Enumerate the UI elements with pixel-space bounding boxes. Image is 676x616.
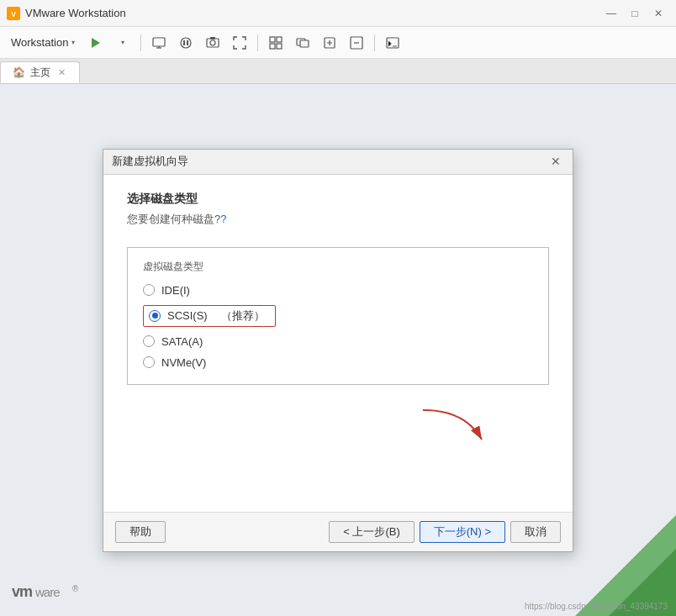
svg-rect-6 bbox=[183, 40, 185, 45]
toolbar-separator-1 bbox=[140, 34, 141, 51]
svg-rect-2 bbox=[153, 38, 165, 46]
title-bar: V VMware Workstation — □ ✕ bbox=[0, 0, 676, 27]
app-icon: V bbox=[7, 7, 20, 20]
svg-text:V: V bbox=[11, 10, 16, 18]
scsi-recommend-label: （推荐） bbox=[221, 308, 265, 324]
radio-nvme-label: NVMe(V) bbox=[161, 356, 206, 369]
play-button[interactable] bbox=[84, 31, 108, 55]
view-button[interactable] bbox=[264, 31, 288, 55]
radio-ide-label: IDE(I) bbox=[161, 284, 190, 297]
workstation-label: Workstation bbox=[11, 36, 68, 49]
home-icon: 🏠 bbox=[13, 66, 25, 78]
tab-close-button[interactable]: ✕ bbox=[55, 66, 67, 78]
toolbar-separator-2 bbox=[257, 34, 258, 51]
dialog-title-bar: 新建虚拟机向导 ✕ bbox=[103, 150, 573, 175]
dialog-title: 新建虚拟机向导 bbox=[112, 154, 547, 169]
svg-rect-14 bbox=[277, 44, 282, 49]
radio-scsi-label: SCSI(S) bbox=[167, 309, 208, 322]
disk-type-group: 虚拟磁盘类型 IDE(I) SCSI(S) （推荐） bbox=[127, 247, 549, 385]
svg-point-5 bbox=[181, 38, 191, 48]
dialog: 新建虚拟机向导 ✕ 选择磁盘类型 您要创建何种磁盘?? 虚拟磁盘类型 IDE(I… bbox=[103, 149, 573, 552]
dialog-heading: 选择磁盘类型 bbox=[127, 192, 549, 207]
window-controls: — □ ✕ bbox=[600, 4, 669, 23]
svg-rect-12 bbox=[277, 37, 282, 42]
help-button[interactable]: 帮助 bbox=[115, 521, 166, 543]
radio-scsi[interactable]: SCSI(S) （推荐） bbox=[143, 305, 533, 327]
arrow-annotation bbox=[398, 402, 499, 452]
dialog-subtext: 您要创建何种磁盘?? bbox=[127, 212, 549, 227]
refresh-icon bbox=[350, 36, 363, 50]
suspend-button[interactable] bbox=[174, 31, 198, 55]
radio-ide-input[interactable] bbox=[143, 284, 155, 296]
radio-nvme[interactable]: NVMe(V) bbox=[143, 356, 533, 369]
svg-rect-11 bbox=[270, 37, 275, 42]
fullscreen-button[interactable] bbox=[228, 31, 251, 55]
dialog-body: 选择磁盘类型 您要创建何种磁盘?? 虚拟磁盘类型 IDE(I) bbox=[103, 175, 573, 512]
app-title: VMware Workstation bbox=[25, 7, 126, 19]
group-box-title: 虚拟磁盘类型 bbox=[143, 260, 533, 274]
play-icon bbox=[92, 38, 100, 48]
close-button[interactable]: ✕ bbox=[647, 4, 669, 23]
play-dropdown-button[interactable]: ▾ bbox=[111, 31, 135, 55]
resize-button[interactable] bbox=[291, 31, 314, 55]
dialog-footer: 帮助 < 上一步(B) 下一步(N) > 取消 bbox=[103, 512, 573, 551]
next-button[interactable]: 下一步(N) > bbox=[420, 521, 505, 543]
minimize-button[interactable]: — bbox=[600, 4, 622, 23]
dialog-overlay: 新建虚拟机向导 ✕ 选择磁盘类型 您要创建何种磁盘?? 虚拟磁盘类型 IDE(I… bbox=[0, 84, 676, 616]
tab-bar: 🏠 主页 ✕ bbox=[0, 59, 676, 84]
help-link[interactable]: ? bbox=[220, 213, 226, 225]
fullscreen-icon bbox=[233, 36, 246, 50]
tab-home-label: 主页 bbox=[30, 66, 50, 80]
maximize-button[interactable]: □ bbox=[624, 4, 646, 23]
radio-sata-label: SATA(A) bbox=[161, 335, 203, 348]
view-icon bbox=[269, 36, 283, 50]
radio-ide[interactable]: IDE(I) bbox=[143, 284, 533, 297]
back-button[interactable]: < 上一步(B) bbox=[329, 521, 415, 543]
play-dropdown-icon: ▾ bbox=[121, 39, 124, 46]
cancel-button[interactable]: 取消 bbox=[510, 521, 561, 543]
radio-nvme-input[interactable] bbox=[143, 356, 155, 368]
stretch-icon bbox=[323, 36, 336, 50]
terminal-button[interactable] bbox=[381, 31, 404, 55]
main-area: vm ware ® https://blog.csdn.net/weixin_4… bbox=[0, 84, 676, 616]
dropdown-arrow-icon: ▾ bbox=[71, 39, 75, 46]
settings-icon bbox=[152, 36, 166, 50]
radio-sata[interactable]: SATA(A) bbox=[143, 335, 533, 348]
dialog-close-button[interactable]: ✕ bbox=[547, 153, 564, 170]
radio-sata-input[interactable] bbox=[143, 335, 155, 347]
snapshot-icon bbox=[206, 36, 219, 50]
svg-rect-13 bbox=[270, 44, 275, 49]
stretch-button[interactable] bbox=[318, 31, 341, 55]
svg-rect-7 bbox=[187, 40, 188, 45]
vm-settings-button[interactable] bbox=[147, 31, 171, 55]
toolbar: Workstation ▾ ▾ bbox=[0, 27, 676, 59]
refresh-button[interactable] bbox=[345, 31, 368, 55]
resize-icon bbox=[296, 36, 309, 50]
snapshot-button[interactable] bbox=[201, 31, 224, 55]
terminal-icon bbox=[386, 36, 399, 50]
suspend-icon bbox=[179, 36, 193, 50]
svg-rect-10 bbox=[210, 37, 215, 39]
workstation-menu-button[interactable]: Workstation ▾ bbox=[5, 31, 81, 55]
arrow-area bbox=[127, 402, 549, 452]
tab-home[interactable]: 🏠 主页 ✕ bbox=[0, 61, 80, 83]
radio-scsi-input[interactable] bbox=[149, 310, 161, 322]
svg-point-9 bbox=[210, 40, 215, 45]
svg-rect-16 bbox=[300, 40, 309, 47]
toolbar-separator-3 bbox=[374, 34, 375, 51]
